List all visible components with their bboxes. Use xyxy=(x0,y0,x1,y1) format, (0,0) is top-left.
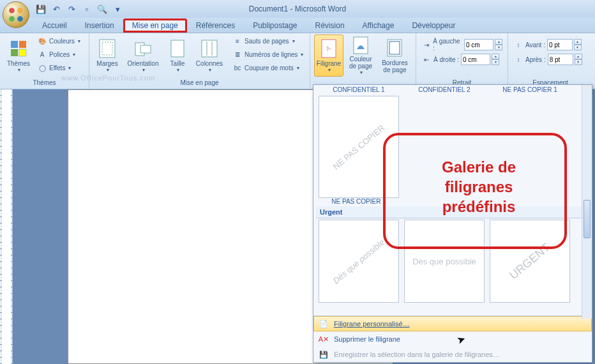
spin-down[interactable]: ▾ xyxy=(492,59,499,65)
line-numbers-button[interactable]: ≣Numéros de lignes▾ xyxy=(231,48,305,61)
tab-developer[interactable]: Développeur xyxy=(403,19,464,33)
tab-page-layout[interactable]: Mise en page xyxy=(123,19,187,33)
line-numbers-icon: ≣ xyxy=(232,49,243,59)
columns-icon xyxy=(199,38,220,59)
gallery-menu: 📄Filigrane personnalisé… A✕Supprimer le … xyxy=(313,315,592,362)
columns-button[interactable]: Colonnes▾ xyxy=(193,34,226,77)
tab-mailings[interactable]: Publipostage xyxy=(244,19,306,33)
gallery-item-nepas2-label: NE PAS COPIER 2 xyxy=(331,198,386,205)
effects-icon: ◯ xyxy=(37,63,47,73)
watermark-icon: A xyxy=(319,38,339,59)
indent-left-icon: ⇥ xyxy=(421,40,431,50)
gallery-label-conf2: CONFIDENTIEL 2 xyxy=(404,86,485,93)
new-doc-icon[interactable]: ▫ xyxy=(80,3,93,15)
page-color-icon xyxy=(350,36,371,54)
svg-rect-4 xyxy=(11,41,18,48)
svg-rect-11 xyxy=(140,45,151,53)
themes-label: Thèmes xyxy=(7,60,30,67)
window-title: Document1 - Microsoft Word xyxy=(249,4,347,13)
spin-up[interactable]: ▴ xyxy=(492,54,499,59)
group-themes: Thèmes▾ 🎨Couleurs▾ APolices▾ ◯Effets▾ Th… xyxy=(0,33,89,89)
group-page-setup: Marges▾ Orientation▾ Taille▾ Colonnes▾ ≡… xyxy=(89,33,310,89)
qat-customize-icon[interactable]: ▾ xyxy=(111,3,124,15)
spacing-after-icon: ↕ xyxy=(513,54,523,64)
colors-icon: 🎨 xyxy=(37,36,47,46)
svg-rect-13 xyxy=(202,40,217,57)
undo-icon[interactable]: ↶ xyxy=(50,3,63,15)
svg-point-2 xyxy=(9,16,15,22)
gallery-item-urgent-c[interactable]: URGENT xyxy=(490,220,570,303)
save-icon[interactable]: 💾 xyxy=(34,3,47,15)
tab-references[interactable]: Références xyxy=(187,19,244,33)
spin-up[interactable]: ▴ xyxy=(575,54,582,59)
spacing-after-row: ↕Après :▴▾ xyxy=(512,53,584,66)
redo-icon[interactable]: ↷ xyxy=(65,3,78,15)
print-preview-icon[interactable]: 🔍 xyxy=(96,3,109,15)
svg-rect-5 xyxy=(19,41,26,48)
indent-right-icon: ⇤ xyxy=(421,54,432,64)
group-page-background: AFiligrane▾ Couleur de page▾ Bordures de… xyxy=(310,33,416,89)
theme-effects[interactable]: ◯Effets▾ xyxy=(36,61,82,74)
menu-remove-watermark[interactable]: A✕Supprimer le filigrane xyxy=(313,331,592,347)
orientation-icon xyxy=(133,38,153,59)
save-gallery-icon: 💾 xyxy=(319,349,329,360)
svg-point-0 xyxy=(9,8,15,13)
spin-down[interactable]: ▾ xyxy=(574,45,582,50)
quick-access-toolbar: 💾 ↶ ↷ ▫ 🔍 ▾ xyxy=(34,0,124,18)
spacing-after-input[interactable] xyxy=(548,54,573,65)
spin-up[interactable]: ▴ xyxy=(574,39,582,45)
breaks-icon: ≡ xyxy=(232,36,243,46)
theme-colors[interactable]: 🎨Couleurs▾ xyxy=(36,34,82,47)
size-button[interactable]: Taille▾ xyxy=(165,34,190,77)
gallery-item-urgent-b[interactable]: Dès que possible xyxy=(404,220,485,303)
spin-up[interactable]: ▴ xyxy=(495,39,502,45)
group-spacing: ↕Avant :▴▾ ↕Après :▴▾ Espacement xyxy=(508,33,592,89)
margins-icon xyxy=(97,38,117,59)
hyphenation-button[interactable]: bcCoupure de mots▾ xyxy=(231,61,305,74)
tab-home[interactable]: Accueil xyxy=(33,19,76,33)
gallery-item-nepas2[interactable]: NE PAS COPIER xyxy=(319,96,399,198)
menu-custom-watermark[interactable]: 📄Filigrane personnalisé… xyxy=(313,316,592,331)
hyphenation-icon: bc xyxy=(232,63,243,73)
remove-watermark-icon: A✕ xyxy=(319,334,329,344)
svg-rect-7 xyxy=(19,49,26,56)
theme-fonts[interactable]: APolices▾ xyxy=(36,48,82,61)
indent-right-input[interactable] xyxy=(461,54,490,65)
margins-button[interactable]: Marges▾ xyxy=(93,34,121,77)
spacing-before-input[interactable] xyxy=(547,39,573,50)
vertical-ruler[interactable] xyxy=(0,89,13,364)
spin-down[interactable]: ▾ xyxy=(575,59,582,65)
gallery-label-nepas1: NE PAS COPIER 1 xyxy=(490,86,570,93)
watermark-button[interactable]: AFiligrane▾ xyxy=(314,34,343,77)
page-color-button[interactable]: Couleur de page▾ xyxy=(346,34,375,77)
svg-point-1 xyxy=(17,8,23,13)
office-button[interactable] xyxy=(3,1,29,28)
spin-down[interactable]: ▾ xyxy=(495,45,502,50)
scrollbar-thumb[interactable] xyxy=(584,200,591,238)
gallery-item-urgent-a[interactable]: Dès que possible xyxy=(319,220,399,303)
svg-rect-6 xyxy=(11,49,18,56)
tab-insert[interactable]: Insertion xyxy=(76,19,123,33)
gallery-label-conf1: CONFIDENTIEL 1 xyxy=(319,86,399,93)
tab-view[interactable]: Affichage xyxy=(354,19,403,33)
tab-review[interactable]: Révision xyxy=(306,19,354,33)
size-icon xyxy=(167,38,188,59)
indent-left-input[interactable] xyxy=(464,39,493,50)
custom-watermark-icon: 📄 xyxy=(319,319,329,329)
page-borders-icon xyxy=(384,38,405,58)
themes-icon xyxy=(8,38,29,59)
breaks-button[interactable]: ≡Sauts de pages▾ xyxy=(231,34,305,47)
orientation-button[interactable]: Orientation▾ xyxy=(124,34,162,77)
gallery-category-urgent: Urgent xyxy=(316,206,589,218)
title-bar: 💾 ↶ ↷ ▫ 🔍 ▾ Document1 - Microsoft Word xyxy=(0,0,595,18)
ribbon-tabs: Accueil Insertion Mise en page Référence… xyxy=(0,18,595,33)
group-themes-label: Thèmes xyxy=(4,78,85,87)
spacing-before-row: ↕Avant :▴▾ xyxy=(512,38,584,51)
spacing-before-icon: ↕ xyxy=(513,40,523,50)
ribbon: Thèmes▾ 🎨Couleurs▾ APolices▾ ◯Effets▾ Th… xyxy=(0,33,595,89)
gallery-scrollbar[interactable] xyxy=(582,85,592,319)
page-borders-button[interactable]: Bordures de page xyxy=(378,34,412,77)
menu-save-to-gallery: 💾Enregistrer la sélection dans la galeri… xyxy=(313,347,592,362)
themes-button[interactable]: Thèmes▾ xyxy=(4,34,33,77)
fonts-icon: A xyxy=(37,49,47,59)
